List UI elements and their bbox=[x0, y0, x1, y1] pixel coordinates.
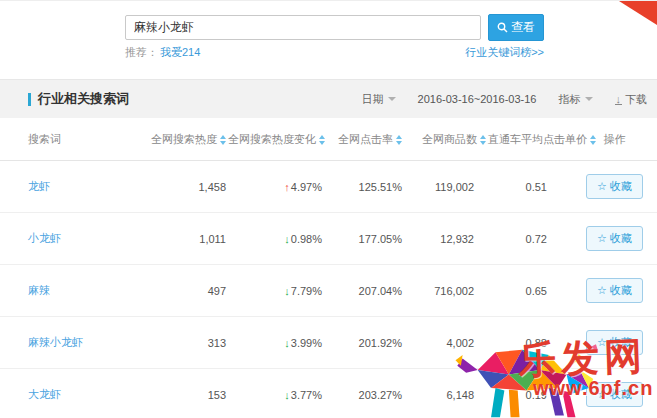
ppc-value: 0.65 bbox=[488, 285, 572, 297]
download-label: 下载 bbox=[625, 92, 647, 107]
column-header: 搜索词 bbox=[0, 132, 133, 147]
favorite-button-label: 收藏 bbox=[610, 283, 632, 298]
term-link[interactable]: 小龙虾 bbox=[28, 232, 61, 244]
ctr-value: 177.05% bbox=[328, 233, 410, 245]
ctr-value: 203.27% bbox=[328, 389, 410, 401]
keyword-search-input[interactable] bbox=[125, 15, 481, 40]
column-header: 操作 bbox=[572, 132, 657, 147]
favorite-button[interactable]: ☆收藏 bbox=[586, 330, 643, 355]
column-header[interactable]: 全网搜索热度变化 bbox=[228, 132, 328, 147]
change-arrow-icon: ↓ bbox=[284, 233, 290, 245]
related-search-table: 搜索词全网搜索热度全网搜索热度变化全网点击率全网商品数直通车平均点击单价操作 龙… bbox=[0, 118, 657, 418]
recommend-label: 推荐： bbox=[125, 46, 158, 58]
search-icon bbox=[497, 22, 508, 33]
download-icon: ↓ bbox=[615, 94, 623, 105]
products-value: 119,002 bbox=[410, 181, 488, 193]
column-header[interactable]: 全网搜索热度 bbox=[133, 132, 228, 147]
change-arrow-icon: ↑ bbox=[284, 181, 290, 193]
favorite-button[interactable]: ☆收藏 bbox=[586, 174, 643, 199]
heat-value: 1,011 bbox=[133, 233, 228, 245]
download-button[interactable]: ↓ 下载 bbox=[615, 92, 648, 107]
products-value: 716,002 bbox=[410, 285, 488, 297]
favorite-button[interactable]: ☆收藏 bbox=[586, 278, 643, 303]
section-header-bar: 行业相关搜索词 日期 2016-03-16~2016-03-16 指标 ↓ 下载 bbox=[0, 79, 657, 118]
section-title: 行业相关搜索词 bbox=[28, 90, 129, 108]
date-range-picker[interactable]: 2016-03-16~2016-03-16 bbox=[418, 93, 537, 105]
term-link[interactable]: 龙虾 bbox=[28, 180, 50, 192]
table-row: 大龙虾 153 ↓3.77% 203.27% 6,148 0.19 ☆收藏 bbox=[0, 369, 657, 418]
ppc-value: 0.19 bbox=[488, 389, 572, 401]
sort-icon[interactable] bbox=[396, 135, 402, 145]
chevron-down-icon bbox=[585, 97, 593, 101]
change-value: 3.99% bbox=[291, 337, 322, 349]
term-link[interactable]: 麻辣小龙虾 bbox=[28, 336, 83, 348]
term-link[interactable]: 大龙虾 bbox=[28, 388, 61, 400]
column-header[interactable]: 全网商品数 bbox=[410, 132, 488, 147]
ppc-value: 0.88 bbox=[488, 337, 572, 349]
change-value: 0.98% bbox=[291, 233, 322, 245]
star-icon: ☆ bbox=[597, 233, 607, 244]
term-link[interactable]: 麻辣 bbox=[28, 284, 50, 296]
ppc-value: 0.51 bbox=[488, 181, 572, 193]
column-header[interactable]: 直通车平均点击单价 bbox=[488, 132, 572, 147]
products-value: 4,002 bbox=[410, 337, 488, 349]
products-value: 6,148 bbox=[410, 389, 488, 401]
column-header[interactable]: 全网点击率 bbox=[328, 132, 410, 147]
page: 查看 推荐：我爱214 行业关键词榜>> 行业相关搜索词 日期 2016-03-… bbox=[0, 0, 657, 418]
star-icon: ☆ bbox=[597, 285, 607, 296]
ctr-value: 201.92% bbox=[328, 337, 410, 349]
recommend-link[interactable]: 我爱214 bbox=[160, 46, 200, 58]
heat-value: 1,458 bbox=[133, 181, 228, 193]
star-icon: ☆ bbox=[597, 389, 607, 400]
favorite-button-label: 收藏 bbox=[610, 179, 632, 194]
ctr-value: 125.51% bbox=[328, 181, 410, 193]
table-row: 龙虾 1,458 ↑4.97% 125.51% 119,002 0.51 ☆收藏 bbox=[0, 161, 657, 213]
star-icon: ☆ bbox=[597, 337, 607, 348]
ppc-value: 0.72 bbox=[488, 233, 572, 245]
section-controls: 日期 2016-03-16~2016-03-16 指标 ↓ 下载 bbox=[362, 92, 647, 107]
metric-label: 指标 bbox=[559, 92, 581, 107]
table-row: 小龙虾 1,011 ↓0.98% 177.05% 12,932 0.72 ☆收藏 bbox=[0, 213, 657, 265]
date-dropdown[interactable]: 日期 bbox=[362, 92, 396, 107]
products-value: 12,932 bbox=[410, 233, 488, 245]
change-value: 4.97% bbox=[291, 181, 322, 193]
favorite-button-label: 收藏 bbox=[610, 387, 632, 402]
ctr-value: 207.04% bbox=[328, 285, 410, 297]
favorite-button[interactable]: ☆收藏 bbox=[586, 382, 643, 407]
search-button-label: 查看 bbox=[511, 19, 535, 36]
table-header-row: 搜索词全网搜索热度全网搜索热度变化全网点击率全网商品数直通车平均点击单价操作 bbox=[0, 118, 657, 161]
table-body: 龙虾 1,458 ↑4.97% 125.51% 119,002 0.51 ☆收藏… bbox=[0, 161, 657, 418]
table-row: 麻辣小龙虾 313 ↓3.99% 201.92% 4,002 0.88 ☆收藏 bbox=[0, 317, 657, 369]
chevron-down-icon bbox=[388, 97, 396, 101]
change-arrow-icon: ↓ bbox=[284, 337, 290, 349]
search-area: 查看 推荐：我爱214 行业关键词榜>> bbox=[0, 1, 657, 79]
corner-ribbon-decoration bbox=[619, 1, 657, 25]
change-value: 7.79% bbox=[291, 285, 322, 297]
favorite-button-label: 收藏 bbox=[610, 231, 632, 246]
star-icon: ☆ bbox=[597, 181, 607, 192]
metric-dropdown[interactable]: 指标 bbox=[559, 92, 593, 107]
heat-value: 497 bbox=[133, 285, 228, 297]
date-label: 日期 bbox=[362, 92, 384, 107]
favorite-button[interactable]: ☆收藏 bbox=[586, 226, 643, 251]
industry-keyword-rank-link[interactable]: 行业关键词榜>> bbox=[465, 45, 544, 60]
sort-icon[interactable] bbox=[220, 135, 226, 145]
heat-value: 313 bbox=[133, 337, 228, 349]
change-value: 3.77% bbox=[291, 389, 322, 401]
sort-icon[interactable] bbox=[480, 135, 486, 145]
heat-value: 153 bbox=[133, 389, 228, 401]
search-view-button[interactable]: 查看 bbox=[488, 14, 544, 41]
change-arrow-icon: ↓ bbox=[284, 285, 290, 297]
recommend-row: 推荐：我爱214 bbox=[125, 45, 200, 60]
table-row: 麻辣 497 ↓7.79% 207.04% 716,002 0.65 ☆收藏 bbox=[0, 265, 657, 317]
change-arrow-icon: ↓ bbox=[284, 389, 290, 401]
favorite-button-label: 收藏 bbox=[610, 335, 632, 350]
sort-icon[interactable] bbox=[319, 135, 325, 145]
